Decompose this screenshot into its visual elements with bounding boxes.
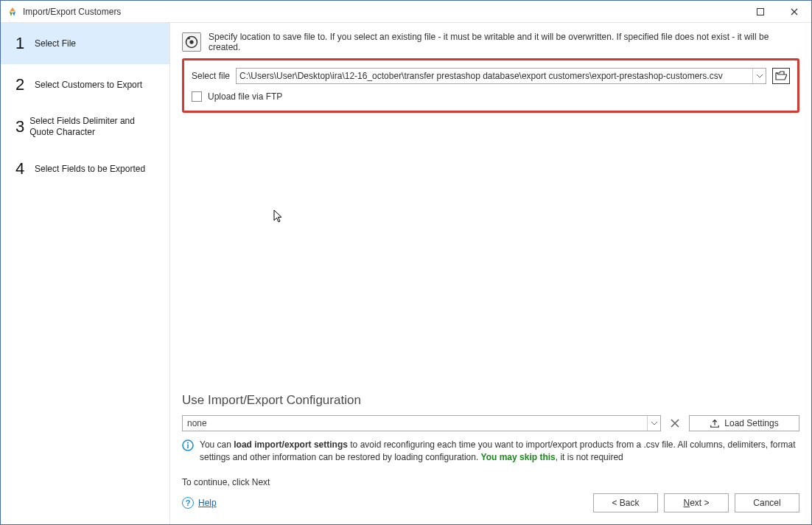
upload-ftp-label: Upload file via FTP (208, 91, 282, 102)
svg-point-2 (189, 40, 193, 44)
folder-open-icon (775, 71, 787, 81)
select-file-label: Select file (192, 71, 230, 81)
file-path-dropdown[interactable] (752, 69, 766, 83)
wizard-main-panel: Specify location to save file to. If you… (170, 23, 811, 524)
ftp-row: Upload file via FTP (192, 91, 790, 102)
instruction-row: Specify location to save file to. If you… (182, 32, 799, 52)
config-selected-value: none (183, 418, 647, 428)
step-number: 3 (15, 117, 29, 136)
svg-rect-0 (757, 8, 764, 15)
step-label: Select Customers to Export (35, 80, 142, 91)
file-row: Select file (192, 68, 790, 84)
upload-ftp-checkbox[interactable] (192, 91, 202, 102)
svg-rect-6 (187, 445, 189, 449)
maximize-button[interactable] (743, 1, 777, 23)
chevron-down-icon (757, 74, 763, 78)
config-dropdown[interactable] (647, 416, 660, 431)
instruction-text: Specify location to save file to. If you… (209, 32, 799, 52)
next-button[interactable]: Next > (664, 493, 729, 512)
x-icon (671, 419, 679, 428)
window-title: Import/Export Customers (23, 7, 743, 17)
step-label: Select Fields Delimiter and Quote Charac… (29, 116, 158, 138)
step-select-delimiter[interactable]: 3 Select Fields Delimiter and Quote Char… (1, 105, 169, 148)
config-info-text: You can load import/export settings to a… (200, 439, 799, 464)
wizard-steps-sidebar: 1 Select File 2 Select Customers to Expo… (1, 23, 170, 524)
wizard-footer: ? Help < Back Next > Cancel (170, 487, 811, 524)
info-icon (182, 439, 194, 451)
step-select-customers[interactable]: 2 Select Customers to Export (1, 64, 169, 105)
wizard-body: 1 Select File 2 Select Customers to Expo… (1, 23, 811, 524)
cancel-button[interactable]: Cancel (735, 493, 799, 512)
maximize-icon (757, 8, 764, 15)
step-select-fields[interactable]: 4 Select Fields to be Exported (1, 148, 169, 190)
wizard-window: Import/Export Customers 1 Select File 2 … (0, 0, 812, 525)
close-icon (791, 8, 798, 15)
step-number: 2 (15, 75, 35, 94)
continue-hint: To continue, click Next (170, 464, 811, 487)
config-heading: Use Import/Export Configuration (182, 393, 799, 408)
load-settings-label: Load Settings (724, 418, 778, 428)
config-section: Use Import/Export Configuration none (170, 393, 811, 464)
chevron-down-icon (651, 422, 657, 425)
load-settings-button[interactable]: Load Settings (689, 415, 799, 431)
config-info: You can load import/export settings to a… (182, 439, 799, 464)
upload-icon (710, 418, 720, 428)
browse-file-button[interactable] (772, 68, 790, 84)
step-label: Select File (35, 38, 76, 49)
clear-config-button[interactable] (667, 415, 683, 431)
file-selection-highlight: Select file (182, 58, 799, 113)
step-label: Select Fields to be Exported (35, 164, 145, 175)
help-label: Help (198, 498, 217, 508)
svg-rect-3 (187, 38, 190, 39)
help-icon: ? (182, 497, 194, 509)
save-location-icon (182, 32, 201, 52)
step-number: 1 (15, 34, 35, 53)
file-path-input[interactable] (237, 69, 752, 83)
app-icon (7, 6, 18, 18)
config-select[interactable]: none (182, 415, 661, 431)
svg-point-5 (187, 442, 189, 444)
help-link[interactable]: ? Help (182, 497, 217, 509)
titlebar: Import/Export Customers (1, 1, 811, 23)
back-button[interactable]: < Back (593, 493, 658, 512)
close-button[interactable] (777, 1, 811, 23)
step-select-file[interactable]: 1 Select File (1, 23, 169, 64)
step-number: 4 (15, 159, 35, 178)
file-path-combo[interactable] (236, 68, 766, 84)
